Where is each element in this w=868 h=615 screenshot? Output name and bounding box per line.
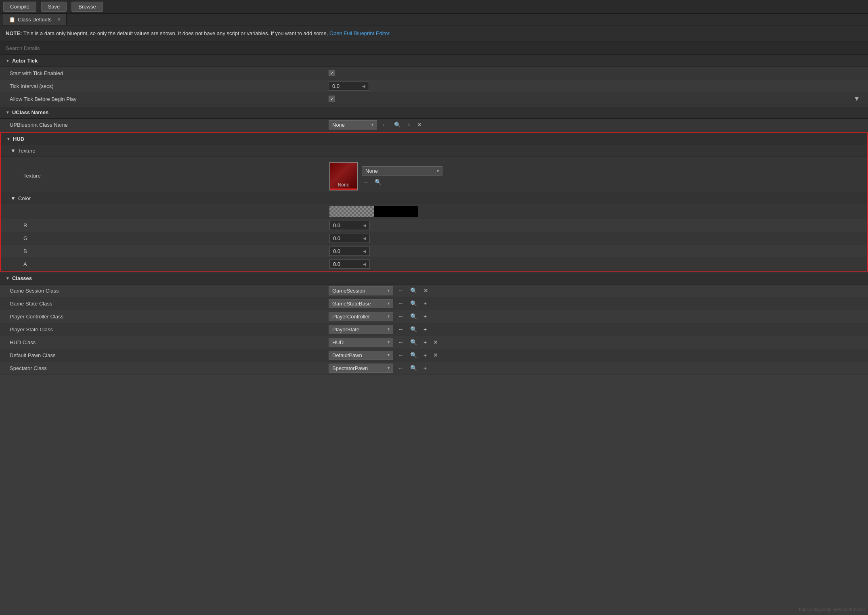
color-a-input[interactable]: 0.0 ◀	[329, 259, 370, 269]
texture-subsection-label: Texture	[18, 148, 36, 154]
hud-class-value: HUD ← 🔍 + ✕	[323, 336, 868, 349]
game-session-back-btn[interactable]: ←	[396, 287, 405, 295]
top-toolbar: Compile Save Browse	[0, 0, 868, 14]
hud-class-close-btn[interactable]: ✕	[432, 338, 440, 346]
texture-preview[interactable]: None	[329, 162, 358, 190]
hud-class-row: HUD Class HUD ← 🔍 + ✕	[0, 336, 868, 349]
player-state-back-btn[interactable]: ←	[396, 325, 405, 333]
color-a-arrow: ◀	[363, 262, 366, 266]
player-state-label: Player State Class	[0, 324, 323, 335]
start-tick-row: Start with Tick Enabled	[0, 67, 868, 80]
tick-interval-value: 0.0 ◀	[323, 80, 868, 92]
uclass-names-header: ▼ UClass Names	[0, 107, 868, 119]
actor-tick-header: ▼ Actor Tick	[0, 55, 868, 67]
color-b-arrow: ◀	[363, 249, 366, 253]
allow-tick-row: Allow Tick Before Begin Play ▼	[0, 93, 868, 106]
default-pawn-row: Default Pawn Class DefaultPawn ← 🔍 + ✕	[0, 349, 868, 362]
default-pawn-search-btn[interactable]: 🔍	[409, 351, 419, 359]
player-controller-search-btn[interactable]: 🔍	[409, 312, 419, 320]
player-controller-dropdown[interactable]: PlayerController	[329, 312, 393, 321]
class-defaults-tab[interactable]: 📋 Class Defaults ×	[3, 14, 67, 25]
color-swatch[interactable]	[329, 206, 418, 217]
default-pawn-dropdown[interactable]: DefaultPawn	[329, 351, 393, 360]
hud-class-add-btn[interactable]: +	[422, 338, 428, 346]
upblueprint-label: UPBlueprint Class Name	[0, 119, 323, 130]
player-state-add-btn[interactable]: +	[422, 325, 428, 333]
start-tick-value	[323, 68, 868, 78]
texture-triangle: ▼	[10, 148, 16, 154]
classes-header: ▼ Classes	[0, 272, 868, 284]
hud-class-back-btn[interactable]: ←	[396, 338, 405, 346]
spectator-back-btn[interactable]: ←	[396, 364, 405, 372]
color-triangle: ▼	[10, 195, 16, 201]
tab-bar: 📋 Class Defaults ×	[0, 14, 868, 25]
player-controller-back-btn[interactable]: ←	[396, 312, 405, 320]
game-session-dropdown[interactable]: GameSession	[329, 286, 393, 295]
color-a-row: A 0.0 ◀	[1, 258, 867, 271]
color-a-value: 0.0 ◀	[324, 258, 867, 270]
spectator-search-btn[interactable]: 🔍	[409, 364, 419, 372]
tab-label: Class Defaults	[18, 17, 52, 23]
save-button[interactable]: Save	[41, 2, 67, 12]
texture-search-btn[interactable]: 🔍	[373, 178, 383, 186]
game-state-back-btn[interactable]: ←	[396, 299, 405, 308]
compile-button[interactable]: Compile	[3, 2, 36, 12]
texture-value-area: None None ← 🔍	[324, 161, 867, 192]
upblueprint-add-btn[interactable]: +	[406, 121, 412, 129]
expand-icon: ▼	[853, 95, 860, 102]
upblueprint-back-btn[interactable]: ←	[380, 121, 389, 129]
browse-button[interactable]: Browse	[71, 2, 103, 12]
spectator-add-btn[interactable]: +	[422, 364, 428, 372]
player-state-value: PlayerState ← 🔍 +	[323, 323, 868, 336]
hud-class-label: HUD Class	[0, 337, 323, 348]
texture-dropdown[interactable]: None	[362, 166, 442, 176]
game-state-search-btn[interactable]: 🔍	[409, 299, 419, 308]
search-input[interactable]	[0, 42, 868, 55]
default-pawn-label: Default Pawn Class	[0, 350, 323, 361]
color-g-input[interactable]: 0.0 ◀	[329, 234, 370, 243]
open-blueprint-editor-link[interactable]: Open Full Blueprint Editor	[329, 30, 390, 36]
search-bar	[0, 42, 868, 55]
color-checker-part	[329, 206, 374, 217]
tab-icon: 📋	[9, 16, 15, 23]
texture-subsection-header: ▼ Texture	[1, 145, 867, 157]
hud-class-search-btn[interactable]: 🔍	[409, 338, 419, 346]
allow-tick-checkbox[interactable]	[329, 96, 335, 102]
player-controller-add-btn[interactable]: +	[422, 312, 428, 320]
color-a-label: A	[1, 259, 324, 270]
color-swatch-area[interactable]	[324, 204, 867, 219]
hud-class-dropdown[interactable]: HUD	[329, 338, 393, 347]
color-subsection-header: ▼ Color	[1, 193, 867, 204]
game-session-close-btn[interactable]: ✕	[422, 287, 430, 295]
color-b-input[interactable]: 0.0 ◀	[329, 247, 370, 256]
color-g-label: G	[1, 233, 324, 244]
texture-back-btn[interactable]: ←	[362, 178, 371, 186]
upblueprint-search-btn[interactable]: 🔍	[392, 121, 403, 129]
game-state-dropdown[interactable]: GameStateBase	[329, 299, 393, 308]
tab-close-icon[interactable]: ×	[57, 16, 61, 23]
default-pawn-close-btn[interactable]: ✕	[432, 351, 440, 359]
color-g-row: G 0.0 ◀	[1, 232, 867, 245]
hud-section: ▼ HUD ▼ Texture Texture None None ← 🔍	[0, 132, 868, 272]
texture-row: Texture None None ← 🔍	[1, 157, 867, 193]
player-state-dropdown[interactable]: PlayerState	[329, 325, 393, 334]
default-pawn-back-btn[interactable]: ←	[396, 351, 405, 359]
notice-bar: NOTE: This is a data only blueprint, so …	[0, 25, 868, 42]
start-tick-checkbox[interactable]	[329, 70, 335, 76]
upblueprint-close-btn[interactable]: ✕	[415, 121, 424, 129]
game-state-row: Game State Class GameStateBase ← 🔍 +	[0, 297, 868, 310]
actor-tick-label: Actor Tick	[12, 58, 38, 64]
game-session-search-btn[interactable]: 🔍	[409, 287, 419, 295]
notice-text: This is a data only blueprint, so only t…	[23, 30, 329, 36]
color-r-input[interactable]: 0.0 ◀	[329, 221, 370, 230]
spectator-dropdown[interactable]: SpectatorPawn	[329, 364, 393, 373]
color-g-arrow: ◀	[363, 236, 366, 241]
tick-interval-input[interactable]: 0.0 ◀	[329, 82, 369, 91]
upblueprint-dropdown[interactable]: None	[329, 120, 377, 130]
color-r-label: R	[1, 220, 324, 231]
default-pawn-add-btn[interactable]: +	[422, 351, 428, 359]
upblueprint-value: None ← 🔍 + ✕	[323, 119, 868, 131]
game-state-add-btn[interactable]: +	[422, 299, 428, 308]
player-state-search-btn[interactable]: 🔍	[409, 325, 419, 333]
hud-header: ▼ HUD	[1, 133, 867, 145]
